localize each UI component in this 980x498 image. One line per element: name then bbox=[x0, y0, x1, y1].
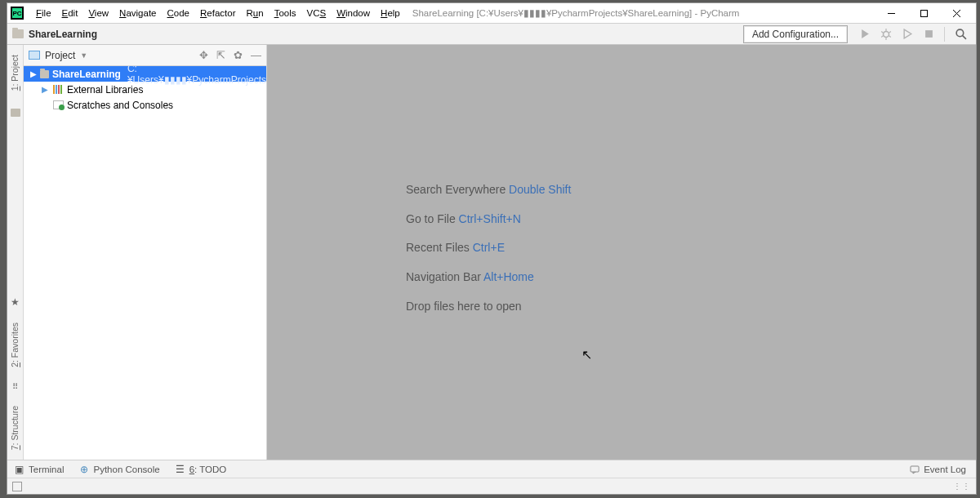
structure-icon: ⠿ bbox=[12, 382, 19, 391]
tree-node-label: Scratches and Consoles bbox=[67, 100, 173, 111]
stop-icon[interactable] bbox=[920, 26, 937, 42]
svg-rect-1 bbox=[920, 10, 927, 16]
settings-gear-icon[interactable]: ✿ bbox=[234, 49, 243, 61]
project-view-dropdown-icon[interactable]: ▼ bbox=[80, 51, 87, 60]
debug-icon[interactable] bbox=[878, 26, 894, 42]
event-log-icon bbox=[909, 464, 920, 474]
bottom-tool-stripe: ▣ Terminal ⊕ Python Console ☰ 6: TODO Ev… bbox=[7, 460, 976, 478]
python-icon: ⊕ bbox=[78, 464, 89, 474]
pycharm-window: PC File Edit View Navigate Code Refactor… bbox=[7, 2, 977, 495]
folder-icon bbox=[40, 70, 49, 78]
scratches-icon bbox=[53, 100, 64, 109]
menu-vcs[interactable]: VCS bbox=[302, 7, 330, 20]
title-path: ShareLearning [C:¥Users¥▮▮▮▮¥PycharmProj… bbox=[412, 7, 740, 19]
tool-windows-toggle-icon[interactable] bbox=[12, 482, 22, 491]
shortcut: Ctrl+Shift+N bbox=[459, 212, 521, 225]
mouse-cursor-icon: ↖ bbox=[581, 347, 592, 362]
menu-refactor[interactable]: Refactor bbox=[196, 7, 239, 20]
menu-edit[interactable]: Edit bbox=[58, 7, 82, 20]
status-more-icon[interactable]: ⋮⋮ bbox=[953, 482, 971, 491]
tree-node-label: External Libraries bbox=[67, 84, 143, 96]
main-body: 1: Project ★ 2: Favorites ⠿ 7: Structure… bbox=[7, 45, 976, 460]
external-libraries-icon bbox=[53, 85, 64, 94]
svg-rect-11 bbox=[925, 30, 933, 38]
menu-navigate[interactable]: Navigate bbox=[115, 7, 160, 20]
tool-window-todo-tab[interactable]: ☰ 6: TODO bbox=[175, 464, 227, 474]
editor-hints: Search Everywhere Double Shift Go to Fil… bbox=[406, 176, 571, 321]
svg-line-7 bbox=[881, 31, 883, 33]
project-view-icon bbox=[29, 51, 40, 60]
tool-window-project-tab[interactable]: 1: Project bbox=[11, 50, 20, 96]
shortcut: Alt+Home bbox=[483, 270, 534, 283]
run-icon[interactable] bbox=[857, 26, 873, 42]
window-maximize-button[interactable] bbox=[907, 4, 940, 22]
hide-icon[interactable]: — bbox=[251, 49, 261, 61]
locate-icon[interactable]: ✥ bbox=[199, 49, 208, 61]
shortcut: Double Shift bbox=[509, 183, 571, 196]
project-pane-header: Project ▼ ✥ ⇱ ✿ — bbox=[24, 45, 266, 66]
collapse-all-icon[interactable]: ⇱ bbox=[216, 49, 225, 61]
window-close-button[interactable] bbox=[940, 4, 973, 22]
menu-run[interactable]: Run bbox=[243, 7, 268, 20]
left-tool-stripe: 1: Project ★ 2: Favorites ⠿ 7: Structure bbox=[7, 45, 24, 460]
tool-window-terminal-tab[interactable]: ▣ Terminal bbox=[14, 464, 64, 474]
tool-window-structure-tab[interactable]: 7: Structure bbox=[11, 401, 20, 455]
terminal-icon: ▣ bbox=[14, 464, 24, 474]
svg-rect-14 bbox=[911, 466, 919, 472]
todo-icon: ☰ bbox=[175, 464, 185, 474]
run-with-coverage-icon[interactable] bbox=[899, 26, 915, 42]
folder-icon bbox=[12, 29, 24, 38]
star-icon: ★ bbox=[11, 296, 20, 308]
menu-tools[interactable]: Tools bbox=[270, 7, 301, 20]
editor-empty-state[interactable]: Search Everywhere Double Shift Go to Fil… bbox=[267, 45, 976, 460]
event-log-button[interactable]: Event Log bbox=[909, 464, 966, 474]
expand-arrow-icon[interactable]: ▶ bbox=[30, 69, 37, 78]
tree-node-path: C:¥Users¥▮▮▮▮¥PycharmProjects bbox=[127, 66, 266, 86]
status-bar: ⋮⋮ bbox=[7, 478, 976, 494]
svg-line-9 bbox=[881, 35, 883, 37]
search-everywhere-icon[interactable] bbox=[952, 26, 969, 42]
shortcut: Ctrl+E bbox=[473, 241, 505, 254]
project-pane-title[interactable]: Project bbox=[45, 50, 75, 61]
menu-view[interactable]: View bbox=[84, 7, 113, 20]
menu-code[interactable]: Code bbox=[163, 7, 194, 20]
tool-window-python-console-tab[interactable]: ⊕ Python Console bbox=[78, 464, 159, 474]
navigation-bar: ShareLearning Add Configuration... bbox=[7, 23, 976, 45]
tree-node-scratches[interactable]: Scratches and Consoles bbox=[24, 97, 266, 113]
menu-window[interactable]: Window bbox=[332, 7, 374, 20]
svg-line-10 bbox=[889, 35, 891, 37]
expand-arrow-icon[interactable]: ▶ bbox=[42, 85, 50, 94]
pycharm-app-icon: PC bbox=[11, 7, 24, 20]
menu-file[interactable]: File bbox=[32, 7, 56, 20]
breadcrumb-root[interactable]: ShareLearning bbox=[29, 29, 97, 40]
svg-line-13 bbox=[962, 36, 965, 39]
svg-line-8 bbox=[889, 31, 891, 33]
folder-icon bbox=[11, 109, 20, 117]
window-minimize-button[interactable] bbox=[875, 4, 907, 22]
project-tree[interactable]: ▶ ShareLearning C:¥Users¥▮▮▮▮¥PycharmPro… bbox=[24, 66, 266, 460]
menu-help[interactable]: Help bbox=[376, 7, 404, 20]
tool-window-favorites-tab[interactable]: 2: Favorites bbox=[11, 318, 20, 372]
project-tool-window: Project ▼ ✥ ⇱ ✿ — ▶ ShareLearning C:¥Use… bbox=[24, 45, 267, 460]
svg-point-4 bbox=[884, 31, 889, 37]
tree-node-project-root[interactable]: ▶ ShareLearning C:¥Users¥▮▮▮▮¥PycharmPro… bbox=[24, 66, 266, 82]
svg-point-12 bbox=[956, 29, 964, 37]
add-configuration-button[interactable]: Add Configuration... bbox=[743, 25, 848, 43]
main-menu: File Edit View Navigate Code Refactor Ru… bbox=[32, 7, 404, 20]
titlebar: PC File Edit View Navigate Code Refactor… bbox=[7, 3, 976, 23]
tree-node-label: ShareLearning bbox=[52, 69, 121, 80]
